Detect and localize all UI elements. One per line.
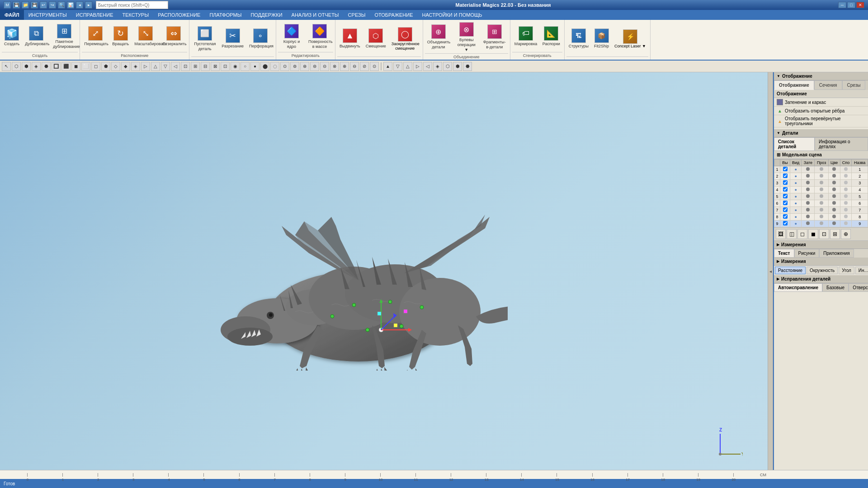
spread-button[interactable]: 📐 Распорки bbox=[540, 25, 562, 48]
toolbar-tool31[interactable]: ⊖ bbox=[350, 62, 359, 71]
perforate-button[interactable]: ⚬ Перфорация bbox=[247, 27, 274, 50]
view-top-icon[interactable]: ◻ bbox=[797, 229, 807, 239]
toolbar-view9[interactable]: ⬣ bbox=[463, 62, 472, 71]
surface-button[interactable]: 🔶 Поверхность в массе bbox=[306, 23, 333, 51]
details-section-header[interactable]: ▼ Детали bbox=[774, 129, 868, 137]
rotate-button[interactable]: ↻ Вращать bbox=[110, 25, 131, 48]
toolbar-tool6[interactable]: ⬟ bbox=[101, 62, 110, 71]
arrow-right-icon[interactable]: ▸ bbox=[85, 1, 92, 9]
view-front-icon[interactable]: ◫ bbox=[787, 229, 797, 239]
duplicate-button[interactable]: ⧉ Дублировать bbox=[23, 25, 50, 48]
toolbar-select1[interactable]: ⬡ bbox=[12, 62, 21, 71]
save2-quick-icon[interactable]: 💾 bbox=[31, 1, 38, 9]
tab-attachments[interactable]: Приложения bbox=[819, 249, 854, 258]
menu-supports[interactable]: ПОДДЕРЖКИ bbox=[246, 10, 287, 20]
mark-button[interactable]: 🏷 Маркировка bbox=[512, 25, 539, 48]
scale-button[interactable]: ⤡ Масштабировать bbox=[132, 25, 159, 48]
details-tab-info[interactable]: Информация о деталях bbox=[815, 137, 868, 151]
hollow-button[interactable]: ⬜ Пустотелая деталь bbox=[191, 25, 218, 53]
redo-icon[interactable]: ↪ bbox=[49, 1, 56, 9]
toolbar-tool28[interactable]: ⊝ bbox=[320, 62, 329, 71]
unite-button[interactable]: ⊕ Объединить детали bbox=[425, 23, 452, 51]
toolbar-view4[interactable]: ▷ bbox=[413, 62, 422, 71]
cut-button[interactable]: ✂ Разрезание bbox=[219, 27, 246, 50]
pack-button[interactable]: ⊞ Пакетное дублирование bbox=[51, 23, 78, 51]
view-zoom-fit-icon[interactable]: ⊞ bbox=[830, 229, 840, 239]
view-perspective-icon[interactable]: 🖼 bbox=[776, 229, 786, 239]
split-button[interactable]: ⊞ Фрагменты-в-детали bbox=[481, 23, 508, 51]
create-button[interactable]: 🧊 Создать bbox=[2, 25, 22, 48]
toolbar-tool1[interactable]: 🔲 bbox=[52, 62, 61, 71]
open-quick-icon[interactable]: 📁 bbox=[22, 1, 29, 9]
toolbar-view1[interactable]: ▲ bbox=[383, 62, 392, 71]
measure-header[interactable]: ▶ Измерения bbox=[774, 258, 868, 266]
tab-text[interactable]: Текст bbox=[774, 249, 794, 258]
toolbar-tool33[interactable]: ⊙ bbox=[370, 62, 379, 71]
table-row[interactable]: 3 ● 3 bbox=[774, 180, 868, 187]
minimize-button[interactable]: ─ bbox=[838, 2, 846, 8]
toolbar-tool32[interactable]: ⊘ bbox=[360, 62, 369, 71]
mirror-button[interactable]: ⇔ Отзеркалить bbox=[160, 25, 187, 48]
toolbar-tool25[interactable]: ⊚ bbox=[290, 62, 299, 71]
toolbar-tool27[interactable]: ⊜ bbox=[310, 62, 319, 71]
shell-button[interactable]: 🔷 Корпус и ядро bbox=[278, 23, 305, 51]
structures-button[interactable]: 🏗 Структуры bbox=[566, 27, 591, 50]
table-row[interactable]: 7 ● 7 bbox=[774, 207, 868, 214]
table-row[interactable]: 2 ● 2 bbox=[774, 173, 868, 180]
toolbar-select2[interactable]: ⬢ bbox=[22, 62, 31, 71]
toolbar-tool5[interactable]: ◻ bbox=[91, 62, 100, 71]
menu-settings[interactable]: НАСТРОЙКИ И ПОМОЩЬ bbox=[418, 10, 487, 20]
toolbar-view3[interactable]: △ bbox=[403, 62, 412, 71]
undo-icon[interactable]: ↩ bbox=[40, 1, 47, 9]
toolbar-tool30[interactable]: ⊕ bbox=[340, 62, 349, 71]
concept-laser-button[interactable]: ⚡ Concept Laser ▼ bbox=[612, 28, 648, 50]
toolbar-view7[interactable]: ⬡ bbox=[443, 62, 452, 71]
notes-section-header[interactable]: ▶ Измерения bbox=[774, 241, 868, 249]
table-row[interactable]: 9 ● 9 bbox=[774, 221, 868, 227]
boolean-button[interactable]: ⊗ Булевы операции ▼ bbox=[453, 21, 480, 53]
toolbar-tool13[interactable]: ◁ bbox=[171, 62, 180, 71]
tab-slices[interactable]: Срезы bbox=[842, 80, 866, 90]
menu-slices[interactable]: СРЕЗЫ bbox=[344, 10, 370, 20]
tab-autofix[interactable]: Автоисправление bbox=[774, 283, 822, 292]
toolbar-tool10[interactable]: ▷ bbox=[141, 62, 150, 71]
move-button[interactable]: ⤢ Перемещать bbox=[82, 25, 109, 48]
toolbar-tool19[interactable]: ◉ bbox=[231, 62, 240, 71]
table-row[interactable]: 6 ● 6 bbox=[774, 200, 868, 207]
panel-collapse-toggle[interactable]: ◂ bbox=[768, 72, 773, 470]
details-tab-list[interactable]: Список деталей bbox=[774, 137, 815, 151]
zoom-icon[interactable]: 🔍 bbox=[58, 1, 65, 9]
menu-fix[interactable]: ИСПРАВЛЕНИЕ bbox=[71, 10, 118, 20]
search-input[interactable] bbox=[96, 1, 168, 9]
toolbar-tool3[interactable]: ◼ bbox=[71, 62, 80, 71]
toolbar-tool17[interactable]: ⊠ bbox=[211, 62, 220, 71]
tab-display[interactable]: Отображение bbox=[774, 80, 814, 90]
viewport[interactable]: Z Y bbox=[0, 72, 768, 470]
toolbar-tool20[interactable]: ○ bbox=[241, 62, 250, 71]
toolbar-tool15[interactable]: ⊞ bbox=[191, 62, 200, 71]
table-row[interactable]: 8 ● 8 bbox=[774, 214, 868, 221]
toolbar-tool4[interactable]: ⬜ bbox=[81, 62, 90, 71]
toolbar-tool14[interactable]: ⊡ bbox=[181, 62, 190, 71]
fixes-header[interactable]: ▶ Исправления деталей bbox=[774, 275, 868, 283]
toolbar-tool22[interactable]: ⬤ bbox=[260, 62, 269, 71]
toolbar-tool8[interactable]: ◆ bbox=[121, 62, 130, 71]
close-button[interactable]: ✕ bbox=[856, 2, 864, 8]
menu-arrange[interactable]: РАСПОЛОЖЕНИЕ bbox=[153, 10, 205, 20]
save-quick-icon[interactable]: 💾 bbox=[13, 1, 20, 9]
row-vis[interactable] bbox=[780, 173, 790, 180]
stats-icon[interactable]: 📊 bbox=[67, 1, 74, 9]
toolbar-tool29[interactable]: ⊗ bbox=[330, 62, 339, 71]
tab-drawings[interactable]: Рисунки bbox=[794, 249, 820, 258]
toolbar-tool26[interactable]: ⊛ bbox=[300, 62, 309, 71]
table-row[interactable]: 4 ● 4 bbox=[774, 187, 868, 193]
toolbar-tool9[interactable]: ◈ bbox=[131, 62, 140, 71]
tab-basic[interactable]: Базовые bbox=[822, 283, 849, 292]
measure-angle[interactable]: Угол bbox=[839, 267, 854, 274]
toolbar-select3[interactable]: ◈ bbox=[32, 62, 41, 71]
fit25ship-button[interactable]: 📦 Fit2Ship bbox=[592, 27, 611, 50]
toolbar-select4[interactable]: ⬣ bbox=[42, 62, 51, 71]
measure-other[interactable]: Ин... bbox=[855, 267, 868, 274]
parts-table-container[interactable]: Вы Вид Зате Проз Цве Спо Назва 1 ● bbox=[774, 159, 868, 227]
toolbar-tool12[interactable]: ▽ bbox=[161, 62, 170, 71]
